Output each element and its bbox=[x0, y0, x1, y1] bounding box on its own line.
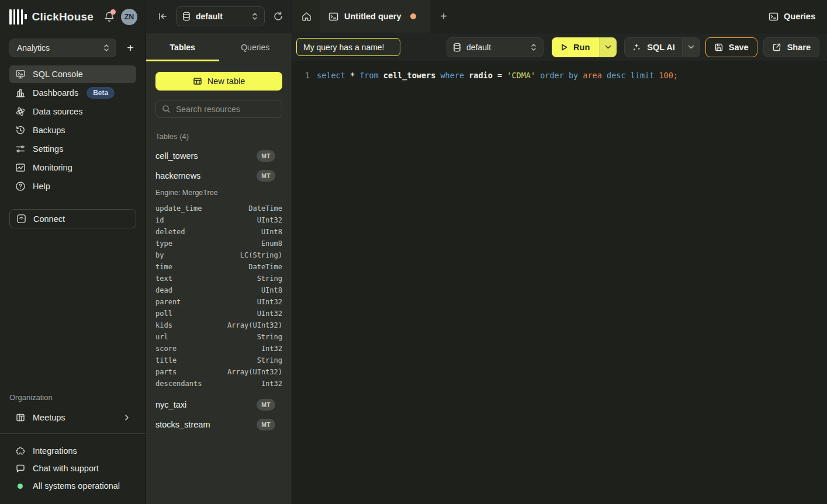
connect-button[interactable]: Connect bbox=[9, 209, 136, 228]
table-name: hackernews bbox=[155, 171, 200, 180]
sql-token: limit bbox=[631, 71, 655, 80]
sidebar-item-monitoring[interactable]: Monitoring bbox=[9, 159, 136, 176]
tab-untitled-query[interactable]: Untitled query bbox=[320, 0, 430, 33]
engine-badge: MT bbox=[257, 150, 275, 162]
sql-token: 100; bbox=[659, 71, 678, 80]
column-row: partsArray(UInt32) bbox=[155, 366, 282, 378]
sql-token: desc bbox=[607, 71, 626, 80]
sidebar-item-data-sources[interactable]: Data sources bbox=[9, 103, 136, 120]
chevron-updown-icon bbox=[251, 12, 258, 21]
column-type: Int32 bbox=[261, 378, 282, 390]
search-input[interactable] bbox=[176, 105, 276, 114]
explorer-header: default bbox=[146, 0, 292, 33]
database-select[interactable]: default bbox=[176, 6, 265, 26]
toolbar-database-value: default bbox=[466, 43, 491, 52]
column-type: Array(UInt32) bbox=[227, 319, 282, 331]
column-row: deletedUInt8 bbox=[155, 226, 282, 238]
unsaved-changes-dot bbox=[410, 13, 416, 19]
sql-token: from bbox=[359, 71, 379, 80]
workspace-select-value: Analytics bbox=[17, 43, 50, 53]
engine-badge: MT bbox=[257, 399, 275, 411]
column-name: parts bbox=[155, 366, 177, 378]
connect-icon bbox=[16, 214, 26, 224]
column-name: title bbox=[155, 354, 177, 366]
sidebar-item-dashboards[interactable]: DashboardsBeta bbox=[9, 84, 136, 102]
sidebar-item-meetups[interactable]: Meetups bbox=[9, 409, 136, 426]
sidebar-nav: SQL ConsoleDashboardsBetaData sourcesBac… bbox=[0, 65, 146, 196]
sidebar-item-label: Monitoring bbox=[33, 163, 72, 172]
sql-editor[interactable]: 1 select * from cell_towers where radio … bbox=[292, 61, 827, 504]
column-name: time bbox=[155, 261, 172, 273]
sidebar-item-sql-console[interactable]: SQL Console bbox=[9, 65, 136, 83]
refresh-icon[interactable] bbox=[273, 11, 283, 22]
explorer-tab-tables[interactable]: Tables bbox=[146, 33, 219, 61]
notifications-bell-icon[interactable] bbox=[103, 11, 115, 23]
explorer-tab-queries[interactable]: Queries bbox=[219, 33, 292, 61]
save-button[interactable]: Save bbox=[705, 37, 757, 57]
search-icon bbox=[162, 105, 171, 113]
queries-button[interactable]: Queries bbox=[769, 12, 815, 21]
column-name: by bbox=[155, 249, 164, 261]
sql-code[interactable]: select * from cell_towers where radio = … bbox=[317, 69, 678, 82]
toolbar-database-select[interactable]: default bbox=[447, 37, 544, 57]
table-row-nyc_taxi[interactable]: nyc_taxiMT bbox=[155, 398, 282, 412]
avatar[interactable]: ZN bbox=[121, 9, 137, 25]
code-line: 1 select * from cell_towers where radio … bbox=[292, 69, 827, 82]
sql-ai-options-button[interactable] bbox=[682, 38, 700, 57]
sql-token: * bbox=[350, 71, 355, 80]
table-name: stocks_stream bbox=[155, 420, 210, 429]
backups-icon bbox=[15, 125, 26, 135]
table-row-cell_towers[interactable]: cell_towersMT bbox=[155, 149, 282, 163]
sidebar-item-label: Help bbox=[33, 182, 50, 191]
table-list: cell_towersMThackernewsMTEngine: MergeTr… bbox=[155, 149, 282, 432]
explorer-body: New table Tables (4) cell_towersMThacker… bbox=[146, 61, 292, 504]
query-name-input[interactable] bbox=[296, 38, 400, 56]
share-button[interactable]: Share bbox=[763, 37, 819, 57]
explorer-tabs: TablesQueries bbox=[146, 33, 292, 61]
sidebar-item-all-systems-operational[interactable]: All systems operational bbox=[9, 477, 136, 495]
sql-token: order bbox=[540, 71, 564, 80]
status-dot bbox=[18, 484, 23, 489]
run-button[interactable]: Run bbox=[552, 37, 599, 57]
database-icon bbox=[182, 12, 191, 21]
sidebar-item-label: Dashboards bbox=[33, 88, 78, 98]
table-row-hackernews[interactable]: hackernewsMT bbox=[155, 169, 282, 183]
play-icon bbox=[560, 43, 568, 51]
column-row: kidsArray(UInt32) bbox=[155, 319, 282, 331]
sidebar: ClickHouse ZN Analytics bbox=[0, 0, 146, 504]
sql-token: cell_towers bbox=[383, 71, 435, 80]
dashboards-icon bbox=[15, 88, 26, 98]
run-options-button[interactable] bbox=[599, 37, 617, 57]
sidebar-item-integrations[interactable]: Integrations bbox=[9, 442, 136, 460]
sidebar-item-settings[interactable]: Settings bbox=[9, 140, 136, 158]
sql-ai-button-group: SQL AI bbox=[624, 37, 700, 57]
new-query-tab-button[interactable]: + bbox=[430, 0, 457, 33]
workspace-select[interactable]: Analytics bbox=[9, 39, 116, 57]
table-row-stocks_stream[interactable]: stocks_streamMT bbox=[155, 418, 282, 432]
column-type: String bbox=[257, 354, 282, 366]
column-row: urlString bbox=[155, 331, 282, 343]
sql-ai-button[interactable]: SQL AI bbox=[625, 43, 682, 52]
search-box bbox=[155, 100, 282, 118]
home-button[interactable] bbox=[292, 0, 320, 33]
run-button-group: Run bbox=[552, 37, 617, 57]
meetups-icon bbox=[15, 412, 26, 423]
terminal-icon bbox=[769, 12, 778, 21]
sidebar-item-backups[interactable]: Backups bbox=[9, 121, 136, 139]
chevron-updown-icon bbox=[530, 43, 537, 52]
collapse-panel-icon[interactable] bbox=[158, 12, 168, 20]
new-table-label: New table bbox=[207, 77, 245, 86]
column-row: deadUInt8 bbox=[155, 284, 282, 296]
sidebar-item-help[interactable]: Help bbox=[9, 178, 136, 195]
column-name: poll bbox=[155, 308, 172, 319]
add-workspace-button[interactable]: + bbox=[124, 41, 136, 55]
column-type: Int32 bbox=[261, 343, 282, 354]
new-table-button[interactable]: New table bbox=[155, 72, 282, 91]
column-type: String bbox=[257, 273, 282, 284]
brand-name: ClickHouse bbox=[32, 11, 94, 23]
column-row: titleString bbox=[155, 354, 282, 366]
sidebar-item-chat-with-support[interactable]: Chat with support bbox=[9, 460, 136, 477]
table-name: cell_towers bbox=[155, 151, 198, 161]
integrations-icon bbox=[15, 446, 26, 456]
sql-token: radio bbox=[469, 71, 493, 80]
